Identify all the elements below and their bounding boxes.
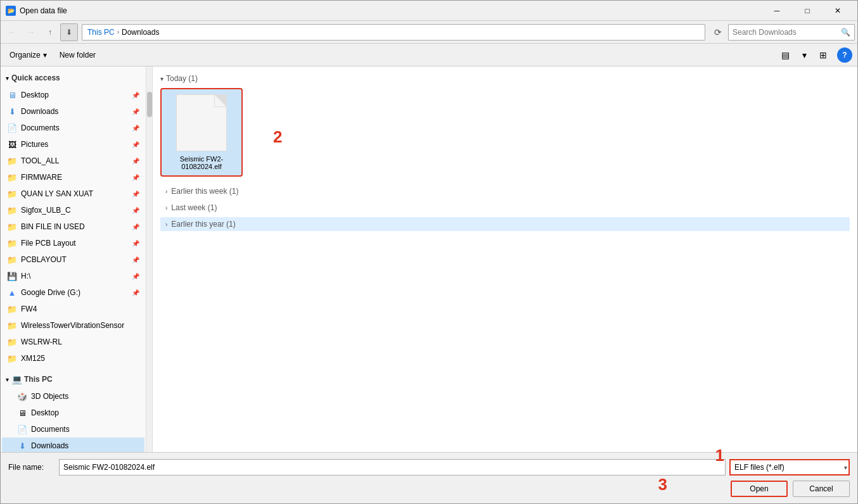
folder-icon: 📁: [7, 304, 17, 314]
view-list-button[interactable]: ▤: [776, 46, 794, 64]
folder-icon: 📁: [7, 189, 17, 199]
file-name-label-static: File name:: [8, 463, 59, 472]
refresh-button[interactable]: ⟳: [709, 23, 727, 41]
sidebar-item-wslrw[interactable]: 📁 WSLRW-RL: [2, 334, 144, 350]
view-details-button[interactable]: ⊞: [814, 46, 832, 64]
pin-icon: 📌: [132, 191, 139, 198]
breadcrumb-this-pc[interactable]: This PC: [87, 28, 115, 37]
quick-access-arrow: ▾: [6, 75, 9, 82]
last-week-arrow: ›: [165, 205, 167, 211]
sidebar-item-tool-all[interactable]: 📁 TOOL_ALL 📌: [2, 153, 144, 169]
sidebar-scrollbar-thumb[interactable]: [147, 92, 152, 117]
sidebar-this-pc-header[interactable]: ▾ 💻 This PC: [1, 370, 146, 388]
pin-icon: 📌: [132, 141, 139, 148]
downloads2-icon: ⬇: [17, 441, 27, 451]
down-arrow-button[interactable]: ⬇: [60, 23, 78, 41]
documents-icon: 📄: [7, 123, 17, 133]
view-buttons: ▤ ▾ ⊞: [776, 46, 832, 64]
pin-icon: 📌: [132, 240, 139, 247]
sidebar-item-file-pcb[interactable]: 📁 File PCB Layout 📌: [2, 235, 144, 251]
open-button[interactable]: Open: [731, 481, 788, 497]
pin-icon: 📌: [132, 224, 139, 230]
pin-icon: 📌: [132, 174, 139, 181]
this-pc-label: This PC: [24, 375, 141, 384]
maximize-button[interactable]: □: [793, 1, 822, 21]
pin-icon: 📌: [132, 273, 139, 280]
folder-icon: 📁: [7, 255, 17, 265]
pictures-icon: 🖼: [7, 139, 17, 149]
sidebar-item-downloads2[interactable]: ⬇ Downloads: [2, 438, 144, 452]
folder-icon: 📁: [7, 172, 17, 182]
file-item-seismic[interactable]: Seismic FW2-01082024.elf: [160, 88, 243, 177]
earlier-year-arrow: ›: [165, 221, 167, 228]
bottom-bar: File name: ELF files (*.elf) ▾ Open Canc…: [1, 452, 857, 503]
sidebar-item-google-drive[interactable]: ▲ Google Drive (G:) 📌: [2, 284, 144, 301]
organize-button[interactable]: Organize ▾: [6, 48, 51, 62]
folder-icon: 📁: [7, 205, 17, 215]
file-area: ▾ Today (1) Seismic FW2-01082024.elf › E…: [153, 66, 857, 452]
today-group-header[interactable]: ▾ Today (1): [160, 74, 850, 83]
sidebar-item-firmware[interactable]: 📁 FIRMWARE 📌: [2, 169, 144, 186]
this-pc-icon: 💻: [11, 374, 22, 384]
search-box[interactable]: 🔍: [728, 24, 855, 41]
sidebar-item-quan-ly[interactable]: 📁 QUAN LY SAN XUAT 📌: [2, 186, 144, 202]
sidebar-item-downloads[interactable]: ⬇ Downloads 📌: [2, 103, 144, 120]
earlier-week-header[interactable]: › Earlier this week (1): [160, 184, 850, 198]
quick-access-label: Quick access: [11, 73, 141, 82]
filetype-select[interactable]: ELF files (*.elf): [729, 459, 850, 476]
3d-objects-icon: 🎲: [17, 391, 27, 401]
earlier-year-header[interactable]: › Earlier this year (1): [160, 217, 850, 231]
sidebar-item-pictures[interactable]: 🖼 Pictures 📌: [2, 136, 144, 153]
sidebar: ▾ Quick access 🖥 Desktop 📌 ⬇ Downloads 📌…: [1, 66, 146, 452]
sidebar-item-sigfox[interactable]: 📁 Sigfox_ULB_C 📌: [2, 202, 144, 218]
forward-button[interactable]: →: [22, 23, 40, 41]
sidebar-item-hx[interactable]: 💾 H:\ 📌: [2, 268, 144, 284]
filename-input[interactable]: [59, 459, 726, 476]
desktop2-icon: 🖥: [17, 408, 27, 418]
new-folder-label: New folder: [60, 51, 96, 60]
sidebar-item-3d-objects[interactable]: 🎲 3D Objects: [2, 388, 144, 405]
pin-icon: 📌: [132, 108, 139, 115]
sidebar-item-xm125[interactable]: 📁 XM125: [2, 350, 144, 367]
dialog-title: Open data file: [20, 6, 762, 15]
drive-icon: 💾: [7, 271, 17, 281]
this-pc-arrow: ▾: [6, 376, 9, 383]
close-button[interactable]: ✕: [823, 1, 852, 21]
breadcrumb-arrow1: ›: [117, 28, 119, 35]
sidebar-item-fw4[interactable]: 📁 FW4: [2, 301, 144, 317]
downloads-icon: ⬇: [7, 106, 17, 117]
toolbar: Organize ▾ New folder ▤ ▾ ⊞ ?: [1, 44, 857, 66]
back-button[interactable]: ←: [3, 23, 21, 41]
last-week-header[interactable]: › Last week (1): [160, 201, 850, 215]
search-input[interactable]: [733, 28, 841, 37]
sidebar-quick-access-header[interactable]: ▾ Quick access: [1, 69, 146, 87]
folder-icon: 📁: [7, 222, 17, 232]
open-file-dialog: 📂 Open data file ─ □ ✕ ← → ↑ ⬇ This PC ›…: [0, 0, 858, 504]
desktop-icon: 🖥: [7, 90, 17, 100]
view-dropdown-button[interactable]: ▾: [795, 46, 813, 64]
cancel-button[interactable]: Cancel: [793, 481, 850, 497]
sidebar-item-desktop[interactable]: 🖥 Desktop 📌: [2, 87, 144, 103]
sidebar-item-wireless[interactable]: 📁 WirelessTowerVibrationSensor: [2, 317, 144, 334]
filetype-wrapper: ELF files (*.elf) ▾: [729, 459, 850, 476]
new-folder-button[interactable]: New folder: [56, 48, 99, 62]
sidebar-item-documents2[interactable]: 📄 Documents: [2, 421, 144, 438]
sidebar-item-bin-file[interactable]: 📁 BIN FILE IN USED 📌: [2, 218, 144, 235]
minimize-button[interactable]: ─: [762, 1, 791, 21]
file-corner: [215, 95, 226, 106]
sidebar-scrollbar[interactable]: [146, 66, 153, 452]
pin-icon: 📌: [132, 158, 139, 165]
window-controls: ─ □ ✕: [762, 1, 852, 21]
pin-icon: 📌: [132, 207, 139, 214]
organize-label: Organize: [10, 51, 41, 60]
up-button[interactable]: ↑: [41, 23, 59, 41]
folder-icon: 📁: [7, 156, 17, 166]
sidebar-item-pcblayout[interactable]: 📁 PCBLAYOUT 📌: [2, 251, 144, 268]
sidebar-item-desktop2[interactable]: 🖥 Desktop: [2, 405, 144, 421]
help-button[interactable]: ?: [837, 47, 852, 63]
folder-icon: 📁: [7, 320, 17, 331]
earlier-week-label: Earlier this week (1): [171, 187, 238, 196]
bottom-actions: Open Cancel: [8, 481, 850, 497]
sidebar-item-documents[interactable]: 📄 Documents 📌: [2, 120, 144, 136]
folder-icon: 📁: [7, 337, 17, 347]
